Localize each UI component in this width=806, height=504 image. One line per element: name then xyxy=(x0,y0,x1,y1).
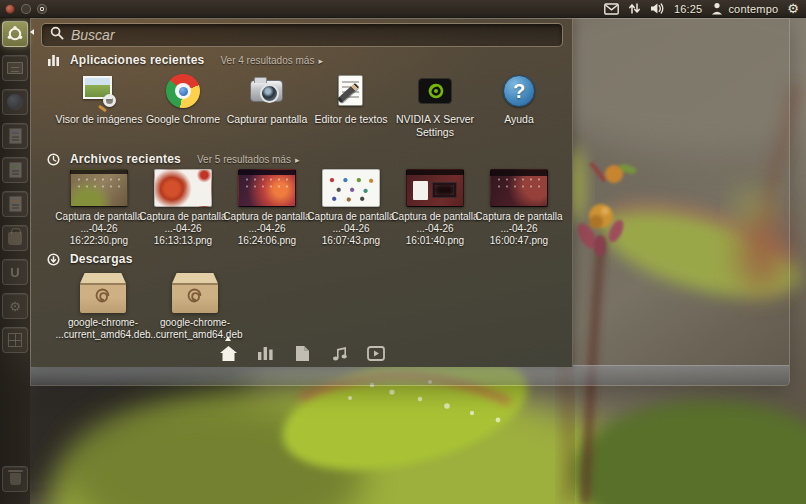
app-label: Google Chrome xyxy=(135,113,231,126)
clock[interactable]: 16:25 xyxy=(674,3,703,15)
app-item-nvidia-settings[interactable]: NVIDIA X Server Settings xyxy=(393,73,477,139)
lens-bar xyxy=(31,343,573,363)
text-editor-icon xyxy=(333,73,369,109)
dash-bottom-edge xyxy=(31,365,789,385)
file-label: Captura de pantalla...-04-26 16:22:30.pn… xyxy=(51,211,147,248)
app-item-screenshot[interactable]: Capturar pantalla xyxy=(225,73,309,139)
app-item-text-editor[interactable]: Editor de textos xyxy=(309,73,393,139)
see-more-apps-link[interactable]: Ver 4 resultados más▸ xyxy=(220,55,322,66)
impress-presentation-icon xyxy=(3,192,27,216)
app-label: Capturar pantalla xyxy=(219,113,315,126)
file-thumbnail xyxy=(238,169,296,207)
file-label: Captura de pantalla...-04-26 16:07:43.pn… xyxy=(303,211,399,248)
file-thumbnail xyxy=(490,169,548,207)
desktop-screen: Aplicaciones recientes Ver 4 resultados … xyxy=(0,0,806,504)
ubuntu-logo-icon xyxy=(3,22,27,46)
file-label: Captura de pantalla...-04-26 16:24:06.pn… xyxy=(219,211,315,248)
active-app-arrow xyxy=(30,29,34,35)
app-label: Ayuda xyxy=(471,113,567,126)
download-icon xyxy=(47,253,60,266)
file-thumbnail xyxy=(70,169,128,207)
launcher-item-files[interactable] xyxy=(2,55,28,81)
camera-icon xyxy=(249,73,285,109)
section-downloads-header: Descargas xyxy=(47,252,133,266)
file-item[interactable]: Captura de pantalla...-04-26 16:01:40.pn… xyxy=(393,169,477,248)
chevron-right-icon: ▸ xyxy=(295,155,300,165)
launcher-item-ubuntu-one[interactable]: U xyxy=(2,259,28,285)
file-thumbnail xyxy=(154,169,212,207)
session-gear-icon[interactable]: ⚙ xyxy=(787,2,799,15)
app-label: NVIDIA X Server Settings xyxy=(387,113,483,139)
mail-indicator-icon[interactable] xyxy=(604,3,619,15)
chevron-right-icon: ▸ xyxy=(318,56,323,66)
search-input[interactable] xyxy=(71,27,554,43)
search-icon xyxy=(50,26,64,44)
applications-lens-icon[interactable] xyxy=(254,343,276,363)
help-icon: ? xyxy=(501,73,537,109)
download-item[interactable]: google-chrome-...current_amd64.deb xyxy=(149,273,241,341)
launcher-item-trash[interactable] xyxy=(2,466,28,492)
username-menu[interactable]: contempo xyxy=(728,3,778,15)
downloads-row: google-chrome-...current_amd64.deb googl… xyxy=(57,273,241,341)
file-item[interactable]: Captura de pantalla...-04-26 16:24:06.pn… xyxy=(225,169,309,248)
launcher-item-calc[interactable] xyxy=(2,157,28,183)
ubuntu-one-icon: U xyxy=(3,260,27,284)
download-item[interactable]: google-chrome-...current_amd64.deb xyxy=(57,273,149,341)
section-title: Aplicaciones recientes xyxy=(70,53,204,67)
section-files-header: Archivos recientes Ver 5 resultados más▸ xyxy=(47,152,299,166)
file-label: Captura de pantalla...-04-26 16:00:47.pn… xyxy=(471,211,567,248)
deb-package-icon xyxy=(80,273,126,313)
launcher-item-workspaces[interactable] xyxy=(2,327,28,353)
file-thumbnail xyxy=(406,169,464,207)
recent-apps-row: Visor de imágenes Google Chrome Capturar… xyxy=(57,73,561,139)
unity-launcher: U ⚙ xyxy=(0,18,30,504)
recent-files-row: Captura de pantalla...-04-26 16:22:30.pn… xyxy=(57,169,561,248)
launcher-item-writer[interactable] xyxy=(2,123,28,149)
file-label: Captura de pantalla...-04-26 16:01:40.pn… xyxy=(387,211,483,248)
maximize-button[interactable] xyxy=(37,4,47,14)
download-label: google-chrome-...current_amd64.deb xyxy=(55,317,151,341)
video-lens-icon[interactable] xyxy=(365,343,387,363)
web-browser-icon xyxy=(3,90,27,114)
files-lens-icon[interactable] xyxy=(291,343,313,363)
close-button[interactable] xyxy=(5,4,15,14)
launcher-item-software-center[interactable] xyxy=(2,225,28,251)
file-item[interactable]: Captura de pantalla...-04-26 16:07:43.pn… xyxy=(309,169,393,248)
volume-indicator-icon[interactable] xyxy=(650,2,665,15)
launcher-item-settings[interactable]: ⚙ xyxy=(2,293,28,319)
search-bar[interactable] xyxy=(41,23,563,47)
app-label: Editor de textos xyxy=(303,113,399,126)
system-settings-icon: ⚙ xyxy=(3,294,27,318)
image-viewer-icon xyxy=(81,73,117,109)
app-item-help[interactable]: ? Ayuda xyxy=(477,73,561,139)
dash-home-button[interactable] xyxy=(2,21,28,47)
app-item-google-chrome[interactable]: Google Chrome xyxy=(141,73,225,139)
dash-panel: Aplicaciones recientes Ver 4 resultados … xyxy=(31,19,573,367)
apps-lens-icon xyxy=(47,54,60,67)
file-item[interactable]: Captura de pantalla...-04-26 16:00:47.pn… xyxy=(477,169,561,248)
calc-spreadsheet-icon xyxy=(3,158,27,182)
see-more-files-link[interactable]: Ver 5 resultados más▸ xyxy=(197,154,299,165)
home-lens-icon[interactable] xyxy=(217,343,239,363)
file-item[interactable]: Captura de pantalla...-04-26 16:22:30.pn… xyxy=(57,169,141,248)
file-item[interactable]: Captura de pantalla...-04-26 16:13:13.pn… xyxy=(141,169,225,248)
section-title: Descargas xyxy=(70,252,133,266)
music-lens-icon[interactable] xyxy=(328,343,350,363)
chrome-icon xyxy=(165,73,201,109)
software-center-icon xyxy=(3,226,27,250)
launcher-item-browser[interactable] xyxy=(2,89,28,115)
top-panel: 16:25 contempo ⚙ xyxy=(0,0,806,18)
nvidia-icon xyxy=(417,73,453,109)
file-thumbnail xyxy=(322,169,380,207)
minimize-button[interactable] xyxy=(21,4,31,14)
app-item-image-viewer[interactable]: Visor de imágenes xyxy=(57,73,141,139)
window-controls xyxy=(5,4,47,14)
user-icon xyxy=(711,2,723,15)
network-indicator-icon[interactable] xyxy=(628,2,641,15)
deb-package-icon xyxy=(172,273,218,313)
file-manager-icon xyxy=(3,56,27,80)
section-apps-header: Aplicaciones recientes Ver 4 resultados … xyxy=(47,53,323,67)
launcher-item-impress[interactable] xyxy=(2,191,28,217)
file-label: Captura de pantalla...-04-26 16:13:13.pn… xyxy=(135,211,231,248)
writer-document-icon xyxy=(3,124,27,148)
